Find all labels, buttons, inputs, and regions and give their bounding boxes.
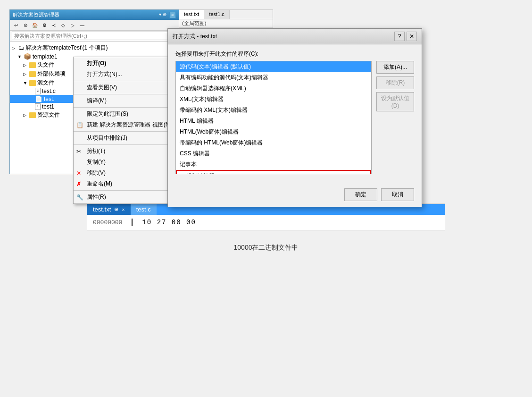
test-highlighted-label: test. <box>44 96 55 102</box>
ctx-cut-label: 剪切(T) <box>87 147 105 155</box>
editor-scope: (全局范围) <box>179 19 273 28</box>
expand-arrow-project: ▼ <box>17 54 22 59</box>
binary-address: 00000000 <box>93 219 122 226</box>
toolbar-btn-7[interactable]: ▷ <box>68 21 77 29</box>
external-label: 外部依赖项 <box>37 70 66 78</box>
tab-test-txt-label: test.txt <box>184 11 199 17</box>
program-item-0[interactable]: 源代码(文本)编辑器 (默认值) <box>176 61 371 72</box>
file-icon-test: 📄 <box>35 95 42 102</box>
program-item-9[interactable]: 记事本 <box>176 159 371 170</box>
program-name-3: XML(文本)编辑器 <box>180 96 224 102</box>
search-input[interactable] <box>12 32 168 40</box>
ctx-limit-scope-label: 限定为此范围(S) <box>87 110 128 118</box>
open-with-dialog: 打开方式 - test.txt ? ✕ 选择要用来打开此文件的程序(C): 源代… <box>167 28 422 207</box>
dialog-body: 选择要用来打开此文件的程序(C): 源代码(文本)编辑器 (默认值) 具有编码功… <box>168 44 422 185</box>
file-icon-test1: + <box>35 103 41 110</box>
bv-tab-pin-icon: ⊕ <box>114 206 118 212</box>
program-name-0: 源代码(文本)编辑器 (默认值) <box>180 63 251 70</box>
program-item-3[interactable]: XML(文本)编辑器 <box>176 94 371 105</box>
folder-icon-external <box>29 71 36 77</box>
solution-explorer-titlebar: 解决方案资源管理器 ▾ ⊕ ✕ <box>10 10 179 20</box>
program-item-7[interactable]: 带编码的 HTML(Web窗体)编辑器 <box>176 137 371 148</box>
set-default-button[interactable]: 设为默认值(D) <box>376 92 414 111</box>
expand-arrow: ▷ <box>12 46 17 51</box>
ctx-rename-label: 重命名(M) <box>87 180 112 188</box>
scope-label: (全局范围) <box>182 20 206 26</box>
search-bar: 🔍 <box>10 31 179 42</box>
dialog-title-controls: ? ✕ <box>394 32 417 41</box>
program-name-6: HTML(Web窗体)编辑器 <box>180 128 239 135</box>
solution-explorer-title: 解决方案资源管理器 <box>13 11 59 18</box>
solution-label: 解决方案'templateTest'(1 个项目) <box>25 44 108 52</box>
bv-tab-close-icon[interactable]: × <box>122 207 125 212</box>
titlebar-left: 解决方案资源管理器 <box>13 11 59 18</box>
folder-icon-sources <box>29 80 36 86</box>
program-item-10[interactable]: 二进制编辑器 <box>176 170 371 174</box>
editor-tabs: test.txt test1.c <box>179 10 273 19</box>
headers-label: 头文件 <box>37 61 54 69</box>
ctx-compile-label: 编译(M) <box>87 97 107 105</box>
bv-tab-test-txt[interactable]: test.txt ⊕ × <box>87 204 131 215</box>
resources-label: 资源文件 <box>37 111 60 119</box>
ctx-props-label: 属性(R) <box>87 193 106 201</box>
program-name-5: HTML 编辑器 <box>180 118 214 124</box>
toolbar-btn-4[interactable]: ⚙ <box>40 21 49 29</box>
folder-icon-headers <box>29 62 36 68</box>
program-name-7: 带编码的 HTML(Web窗体)编辑器 <box>180 139 263 146</box>
pin-icon[interactable]: ▾ ⊕ <box>159 12 166 18</box>
rename-icon: ✗ <box>76 181 81 187</box>
dialog-title: 打开方式 - test.txt <box>173 33 217 41</box>
toolbar-btn-3[interactable]: 🏠 <box>31 21 39 29</box>
add-program-button[interactable]: 添加(A)... <box>376 61 414 74</box>
dialog-close-button[interactable]: ✕ <box>407 32 417 41</box>
program-name-2: 自动编辑器选择程序(XML) <box>180 85 246 92</box>
dialog-titlebar: 打开方式 - test.txt ? ✕ <box>168 29 422 44</box>
toolbar-btn-6[interactable]: ◇ <box>59 21 67 29</box>
tab-test-txt[interactable]: test.txt <box>179 10 204 19</box>
toolbar-btn-8[interactable]: — <box>78 21 86 29</box>
sources-label: 源文件 <box>37 79 54 87</box>
program-name-8: CSS 编辑器 <box>180 150 210 157</box>
tab-test1c[interactable]: test1.c <box>204 10 229 19</box>
ctx-new-se-label: 新建 解决方案资源管理器 视图(N) <box>87 121 171 129</box>
ctx-copy-label: 复制(Y) <box>87 158 106 166</box>
dialog-action-buttons: 添加(A)... 移除(R) 设为默认值(D) <box>376 61 414 179</box>
dialog-footer: 确定 取消 <box>168 185 422 207</box>
program-item-1[interactable]: 具有编码功能的源代码(文本)编辑器 <box>176 72 371 83</box>
file-icon-testc: c <box>35 88 41 94</box>
dialog-ok-button[interactable]: 确定 <box>344 188 377 201</box>
props-icon: 🔧 <box>76 194 83 201</box>
binary-cursor <box>132 219 133 226</box>
program-item-5[interactable]: HTML 编辑器 <box>176 116 371 127</box>
program-item-6[interactable]: HTML(Web窗体)编辑器 <box>176 127 371 137</box>
solution-icon: 🗂 <box>18 44 24 51</box>
new-view-icon: 📋 <box>76 122 83 128</box>
bottom-caption: 10000在二进制文件中 <box>0 244 532 252</box>
toolbar-btn-2[interactable]: ⊙ <box>21 21 30 29</box>
tree-item-solution[interactable]: ▷ 🗂 解决方案'templateTest'(1 个项目) <box>10 43 179 52</box>
program-list[interactable]: 源代码(文本)编辑器 (默认值) 具有编码功能的源代码(文本)编辑器 自动编辑器… <box>175 61 372 174</box>
remove-program-button[interactable]: 移除(R) <box>376 76 414 89</box>
titlebar-controls: ▾ ⊕ ✕ <box>159 12 176 18</box>
expand-arrow-external: ▷ <box>23 72 28 76</box>
toolbar-btn-1[interactable]: ↩ <box>12 21 20 29</box>
testc-label: test.c <box>42 88 56 94</box>
se-toolbar: ↩ ⊙ 🏠 ⚙ ≺ ◇ ▷ — <box>10 20 179 31</box>
dialog-cancel-button[interactable]: 取消 <box>381 188 414 201</box>
dialog-side-layout: 源代码(文本)编辑器 (默认值) 具有编码功能的源代码(文本)编辑器 自动编辑器… <box>175 61 414 179</box>
ctx-open-with-label: 打开方式(N)... <box>87 70 122 78</box>
toolbar-btn-5[interactable]: ≺ <box>50 21 58 29</box>
program-item-8[interactable]: CSS 编辑器 <box>176 148 371 159</box>
bv-tab-testc[interactable]: test.c <box>131 204 157 215</box>
binary-viewer: test.txt ⊕ × test.c 00000000 10 27 00 00 <box>87 203 445 230</box>
tab-test1c-label: test1.c <box>209 11 224 17</box>
close-titlebar-button[interactable]: ✕ <box>169 12 176 18</box>
project-icon: 📦 <box>24 53 31 60</box>
dialog-help-button[interactable]: ? <box>394 32 405 41</box>
ctx-remove-label: 移除(V) <box>87 169 106 177</box>
expand-arrow-sources: ▼ <box>23 81 28 85</box>
program-name-10: 二进制编辑器 <box>181 173 215 174</box>
program-name-4: 带编码的 XML(文本)编辑器 <box>180 107 248 113</box>
program-item-4[interactable]: 带编码的 XML(文本)编辑器 <box>176 105 371 116</box>
program-item-2[interactable]: 自动编辑器选择程序(XML) <box>176 83 371 94</box>
